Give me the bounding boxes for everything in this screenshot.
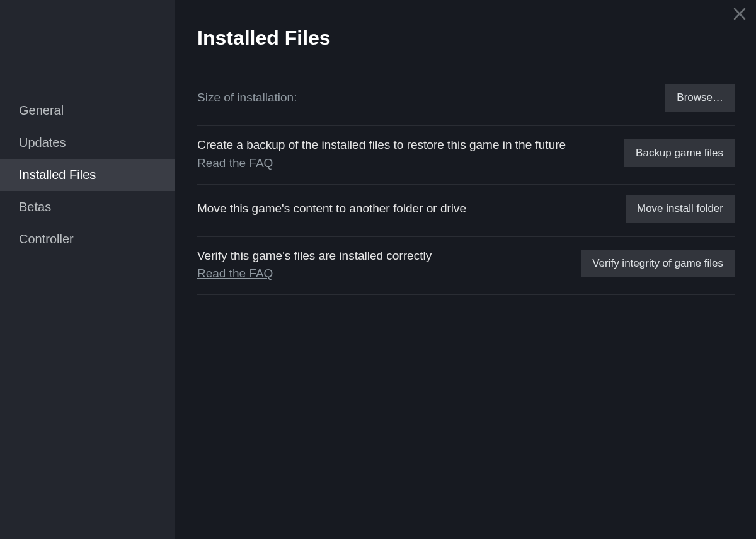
backup-button[interactable]: Backup game files	[624, 139, 735, 167]
backup-row: Create a backup of the installed files t…	[197, 126, 735, 185]
verify-button[interactable]: Verify integrity of game files	[581, 250, 735, 277]
sidebar-item-installed-files[interactable]: Installed Files	[0, 159, 175, 191]
sidebar-item-updates[interactable]: Updates	[0, 127, 175, 159]
close-icon[interactable]	[732, 6, 747, 21]
sidebar-item-controller[interactable]: Controller	[0, 223, 175, 255]
verify-row: Verify this game's files are installed c…	[197, 237, 735, 296]
properties-dialog: General Updates Installed Files Betas Co…	[0, 0, 756, 539]
page-title: Installed Files	[197, 26, 735, 50]
backup-faq-link[interactable]: Read the FAQ	[197, 156, 273, 170]
browse-button[interactable]: Browse…	[665, 84, 735, 112]
verify-faq-link[interactable]: Read the FAQ	[197, 267, 273, 281]
verify-description: Verify this game's files are installed c…	[197, 247, 568, 265]
move-description: Move this game's content to another fold…	[197, 200, 613, 217]
main-panel: Installed Files Size of installation: Br…	[175, 0, 756, 539]
sidebar-item-betas[interactable]: Betas	[0, 191, 175, 223]
move-button[interactable]: Move install folder	[626, 195, 735, 223]
sidebar: General Updates Installed Files Betas Co…	[0, 0, 175, 539]
backup-description: Create a backup of the installed files t…	[197, 136, 612, 154]
move-row: Move this game's content to another fold…	[197, 185, 735, 237]
sidebar-item-general[interactable]: General	[0, 95, 175, 127]
size-label: Size of installation:	[197, 91, 297, 104]
size-row: Size of installation: Browse…	[197, 74, 735, 126]
